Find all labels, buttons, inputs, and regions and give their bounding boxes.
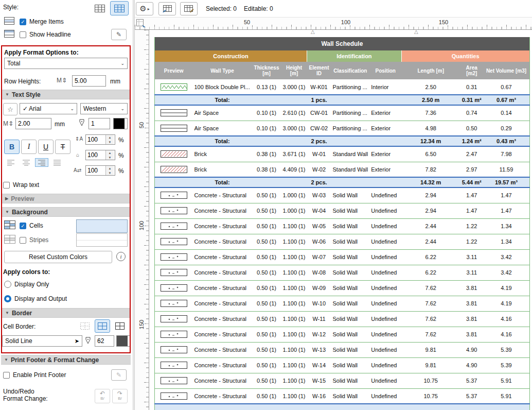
cell-classification[interactable]: Solid Wall [331,249,370,265]
cell-height[interactable]: 1.100 (1) [281,249,307,265]
cell-preview[interactable] [155,280,193,296]
cell-thickness[interactable]: 0.50 (1) [252,296,281,311]
cell-classification[interactable]: Partitioning ... [331,79,370,95]
schedule-row[interactable]: Concrete - Structural0.50 (1)1.100 (1)W-… [155,234,530,249]
border-pen-color-swatch[interactable] [116,335,131,347]
cell-thickness[interactable]: 0.38 (1) [252,162,281,177]
align-center-button[interactable] [20,158,33,167]
cell-element-id[interactable]: CW-01 [307,105,331,121]
line-spacing-input[interactable] [86,135,105,144]
cell-length[interactable]: 9.81 [401,342,460,357]
line-spacing-stepper[interactable]: ▲▼ [85,134,115,145]
cell-classification[interactable]: Solid Wall [331,265,370,280]
schedule-row[interactable]: Concrete - Structural0.50 (1)1.100 (1)W-… [155,357,530,373]
schedule-row[interactable]: Concrete - Structural0.50 (1)1.000 (1)W-… [155,203,530,218]
cell-area[interactable]: 5.44 m² [460,177,483,187]
cell-net-volume[interactable]: 19.57 m³ [483,177,529,187]
schedule-row[interactable]: Concrete - Structural0.50 (1)1.100 (1)W-… [155,373,530,388]
cell-height[interactable]: 1.100 (1) [281,280,307,296]
cell-length[interactable]: 7.62 [401,327,460,342]
cell-element-id[interactable]: W-12 [307,327,331,342]
cell-preview[interactable] [155,388,193,404]
cell-net-volume[interactable]: 4.19 [483,296,529,311]
font-size-input[interactable] [15,118,51,129]
column-header-classification[interactable]: Classification [331,62,370,79]
cell-area[interactable]: 4.90 [460,342,483,357]
cell-net-volume[interactable]: 3.42 [483,265,529,280]
cell-net-volume[interactable]: 4.16 [483,327,529,342]
cell-net-volume[interactable]: 4.19 [483,280,529,296]
column-header-element-id[interactable]: Element ID [307,62,331,79]
text-style-section-header[interactable]: ▼ Text Style [2,90,130,99]
cell-thickness[interactable]: 0.50 (1) [252,265,281,280]
cell-length[interactable]: 2.44 [401,234,460,249]
cell-position[interactable]: Exterior [369,105,401,121]
cell-element-id[interactable]: W-08 [307,265,331,280]
info-icon[interactable]: i [116,252,126,261]
cell-element-id[interactable]: 2 pcs. [307,136,331,146]
tracking-input[interactable] [86,166,105,175]
cell-net-volume[interactable]: 3.42 [483,249,529,265]
cell-wall-type[interactable]: Concrete - Structural [193,234,252,249]
cell-height[interactable]: 1.100 (1) [281,296,307,311]
show-headline-checkbox[interactable]: Show Headline [20,31,71,38]
cell-position[interactable]: Undefined [369,280,401,296]
cell-position[interactable]: Undefined [369,265,401,280]
cell-position[interactable]: Undefined [369,311,401,327]
cell-net-volume[interactable]: 7.98 [483,146,529,162]
cell-thickness[interactable]: 0.50 (1) [252,234,281,249]
cell-length[interactable]: 9.81 [401,357,460,373]
style-uniform-button[interactable] [91,1,109,15]
cell-length[interactable]: 2.50 m [401,95,460,105]
cell-position[interactable]: Undefined [369,388,401,404]
schedule-row[interactable]: Concrete - Structural0.50 (1)1.100 (1)W-… [155,296,530,311]
cell-element-id[interactable]: CW-02 [307,121,331,136]
print-footer-section-header[interactable]: ▼ Print Footer & Format Change [1,355,131,365]
cell-length[interactable]: 7.82 [401,162,460,177]
cell-wall-type[interactable] [193,404,252,410]
undo-format-button[interactable]: ↶B/ [95,389,110,403]
cell-position[interactable]: Undefined [369,373,401,388]
cell-area[interactable]: 0.50 [460,121,483,136]
cell-wall-type[interactable]: Total: [193,136,252,146]
cell-area[interactable]: 3.81 [460,296,483,311]
cell-area[interactable]: 1.47 [460,187,483,203]
stepper-arrows[interactable]: ▲▼ [105,150,114,160]
cell-wall-type[interactable]: Concrete - Structural [193,187,252,203]
cell-wall-type[interactable]: Concrete - Structural [193,218,252,234]
cell-net-volume[interactable] [483,404,529,410]
cell-net-volume[interactable]: 0.67 m³ [483,95,529,105]
cell-net-volume[interactable]: 5.39 [483,357,529,373]
cell-area[interactable]: 1.22 [460,218,483,234]
schedule-row[interactable]: Concrete - Structural0.50 (1)1.000 (1)W-… [155,187,530,203]
schedule-row[interactable]: Brick0.38 (1)3.671 (1)W-01Standard WallE… [155,146,530,162]
cell-length[interactable]: 6.50 [401,146,460,162]
cell-thickness[interactable]: 0.13 (1) [252,79,281,95]
cell-classification[interactable]: Solid Wall [331,280,370,296]
cell-position[interactable]: Undefined [369,234,401,249]
cell-classification[interactable]: Partitioning ... [331,105,370,121]
cell-area[interactable]: 1.24 m² [460,136,483,146]
cell-wall-type[interactable]: 100 Block Double Pl... [193,79,252,95]
column-header-length[interactable]: Length [m] [401,62,460,79]
edit-print-footer-button[interactable]: ✎ [111,369,127,381]
cell-thickness[interactable]: 0.50 (1) [252,327,281,342]
wrap-text-checkbox[interactable]: Wrap text [3,181,39,189]
cell-length[interactable]: 6.22 [401,265,460,280]
cell-height[interactable]: 3.671 (1) [281,146,307,162]
cell-height[interactable]: 1.100 (1) [281,327,307,342]
border-all-button[interactable] [112,319,128,333]
enable-print-footer-checkbox[interactable]: Enable Print Footer [3,371,66,379]
cell-length[interactable]: 12.34 m [401,136,460,146]
cell-wall-type[interactable]: Brick [193,162,252,177]
char-width-stepper[interactable]: ▲▼ [85,150,115,160]
stepper-up-icon[interactable]: ▲ [106,150,114,155]
cell-area[interactable]: 0.31 [460,79,483,95]
cell-net-volume[interactable]: 4.16 [483,311,529,327]
cell-wall-type[interactable]: Air Space [193,121,252,136]
cell-wall-type[interactable]: Concrete - Structural [193,342,252,357]
cell-area[interactable]: 3.11 [460,249,483,265]
cell-thickness[interactable] [252,95,281,105]
cell-wall-type[interactable]: Total: [193,177,252,187]
cell-area[interactable]: 3.11 [460,265,483,280]
